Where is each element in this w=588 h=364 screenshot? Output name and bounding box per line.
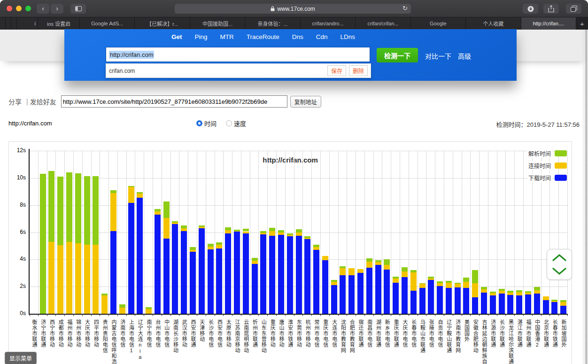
bar-segment[interactable] xyxy=(181,225,187,228)
bar-segment[interactable] xyxy=(455,287,461,314)
bar-segment[interactable] xyxy=(446,288,452,314)
bar-segment[interactable] xyxy=(402,267,408,271)
bar-segment[interactable] xyxy=(155,209,161,211)
bar-segment[interactable] xyxy=(128,186,134,186)
close-window-button[interactable] xyxy=(7,6,12,11)
bar-segment[interactable] xyxy=(304,236,310,238)
bar-segment[interactable] xyxy=(208,244,214,247)
bar-segment[interactable] xyxy=(331,280,337,282)
bar-segment[interactable] xyxy=(304,238,310,239)
bar-segment[interactable] xyxy=(437,283,443,286)
bar-segment[interactable] xyxy=(260,233,266,234)
bar-segment[interactable] xyxy=(428,280,434,314)
bar-segment[interactable] xyxy=(296,236,302,314)
bar-segment[interactable] xyxy=(331,285,337,314)
bar-segment[interactable] xyxy=(243,233,249,314)
bar-segment[interactable] xyxy=(172,223,178,224)
bar-segment[interactable] xyxy=(490,295,496,314)
advanced-link[interactable]: 高级 xyxy=(458,51,471,61)
browser-tab[interactable]: ios 设置启 xyxy=(38,17,80,30)
bar-segment[interactable] xyxy=(181,231,187,314)
browser-tab[interactable]: http://crifan.... xyxy=(521,17,576,30)
url-suggestion-row[interactable]: crifan.com 保存 删除 xyxy=(106,63,371,78)
bar-segment[interactable] xyxy=(128,203,134,314)
delete-button[interactable]: 删除 xyxy=(349,65,368,76)
bar-segment[interactable] xyxy=(437,286,443,314)
nav-mtr[interactable]: MTR xyxy=(220,33,234,40)
bar-segment[interactable] xyxy=(384,259,390,265)
bar-segment[interactable] xyxy=(366,258,372,262)
bar-segment[interactable] xyxy=(393,279,399,283)
bar-segment[interactable] xyxy=(40,174,46,314)
browser-tab[interactable]: 中国援助国... xyxy=(190,17,245,30)
bar-segment[interactable] xyxy=(208,249,214,314)
bar-segment[interactable] xyxy=(463,278,469,282)
bar-segment[interactable] xyxy=(296,229,302,232)
bar-segment[interactable] xyxy=(375,260,381,262)
legend-item[interactable]: 连接时间 xyxy=(527,162,567,170)
radio-time-icon[interactable] xyxy=(196,120,202,126)
bar-segment[interactable] xyxy=(402,277,408,314)
bar-segment[interactable] xyxy=(252,264,258,314)
browser-tab[interactable]: Google xyxy=(411,17,466,30)
bar-segment[interactable] xyxy=(481,287,487,289)
bar-segment[interactable] xyxy=(278,235,284,314)
bar-segment[interactable] xyxy=(560,306,566,314)
bar-segment[interactable] xyxy=(340,268,346,275)
bar-segment[interactable] xyxy=(516,290,522,292)
target-url-input[interactable]: http://crifan.com xyxy=(106,47,370,62)
bar-segment[interactable] xyxy=(163,218,170,238)
bar-segment[interactable] xyxy=(278,230,284,232)
bar-segment[interactable] xyxy=(216,242,222,244)
forward-button[interactable]: › xyxy=(51,4,63,14)
bar-segment[interactable] xyxy=(155,215,161,314)
bar-segment[interactable] xyxy=(419,283,426,284)
browser-tab[interactable] xyxy=(11,17,17,30)
bar-segment[interactable] xyxy=(410,272,417,291)
bar-segment[interactable] xyxy=(525,294,531,314)
bar-segment[interactable] xyxy=(410,291,417,314)
nav-get[interactable]: Get xyxy=(171,33,182,40)
scrollbar-track[interactable] xyxy=(581,30,588,364)
bar-segment[interactable] xyxy=(190,252,196,314)
bar-segment[interactable] xyxy=(472,297,478,314)
bar-segment[interactable] xyxy=(137,198,143,314)
browser-tab[interactable] xyxy=(0,17,6,30)
bar-segment[interactable] xyxy=(119,304,125,308)
bar-segment[interactable] xyxy=(507,293,513,295)
chevron-down-icon[interactable] xyxy=(551,266,568,276)
bar-segment[interactable] xyxy=(375,262,381,265)
browser-tab[interactable]: crifan/crifan... xyxy=(356,17,410,30)
bar-segment[interactable] xyxy=(243,229,249,231)
browser-tab[interactable]: crifan/andro... xyxy=(301,17,356,30)
nav-ping[interactable]: Ping xyxy=(195,33,208,40)
bar-segment[interactable] xyxy=(199,228,205,314)
bar-segment[interactable] xyxy=(313,245,319,247)
bar-segment[interactable] xyxy=(252,258,258,261)
bar-segment[interactable] xyxy=(472,283,478,297)
bar-segment[interactable] xyxy=(499,289,505,291)
bar-segment[interactable] xyxy=(225,233,231,314)
bar-segment[interactable] xyxy=(75,173,81,243)
bar-segment[interactable] xyxy=(234,230,240,231)
bar-segment[interactable] xyxy=(181,228,187,231)
bar-segment[interactable] xyxy=(357,273,364,314)
browser-tab[interactable]: Google AdS... xyxy=(80,17,135,30)
nav-dns[interactable]: Dns xyxy=(292,33,303,40)
bar-segment[interactable] xyxy=(340,266,346,268)
bar-segment[interactable] xyxy=(313,247,319,250)
bar-segment[interactable] xyxy=(199,225,205,227)
bar-segment[interactable] xyxy=(155,211,161,215)
share-link[interactable]: 分享 xyxy=(8,97,22,106)
bar-segment[interactable] xyxy=(472,270,478,283)
bar-segment[interactable] xyxy=(216,248,222,314)
bar-segment[interactable] xyxy=(57,245,63,314)
bar-segment[interactable] xyxy=(137,194,143,198)
browser-tab[interactable]: 个人收藏 xyxy=(466,17,521,30)
bar-segment[interactable] xyxy=(446,283,452,288)
bar-segment[interactable] xyxy=(366,268,372,314)
browser-tab[interactable]: i xyxy=(17,17,38,30)
address-bar[interactable]: www.17ce.com ↻ xyxy=(175,4,411,14)
bar-segment[interactable] xyxy=(384,270,390,314)
browser-tab[interactable]: 亲身体验：... xyxy=(245,17,300,30)
